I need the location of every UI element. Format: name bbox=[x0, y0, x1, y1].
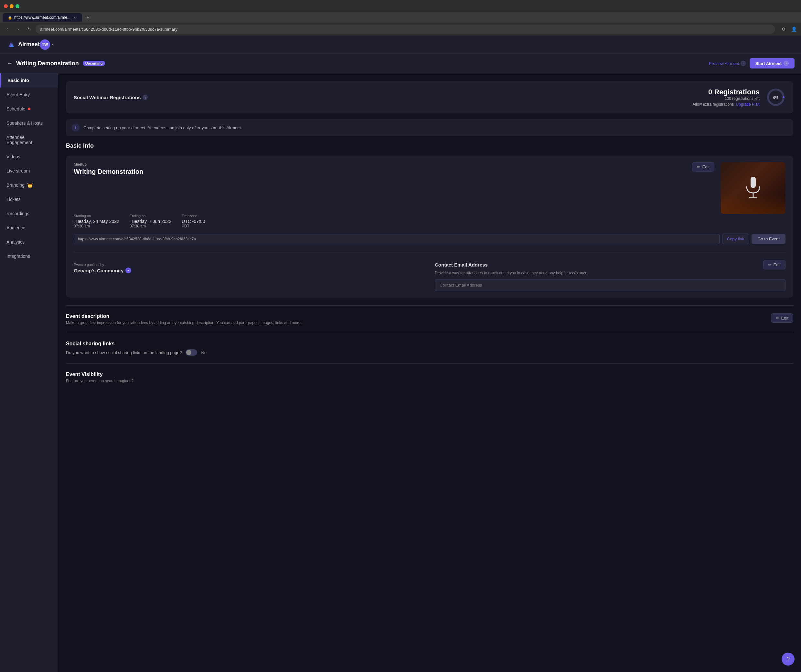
progress-circle: 0% bbox=[766, 88, 785, 107]
verified-badge-icon: ✓ bbox=[125, 268, 131, 273]
start-airmeet-button[interactable]: Start Airmeet i bbox=[750, 58, 795, 69]
address-bar-row: ‹ › ↻ ⚙ 👤 bbox=[0, 22, 801, 35]
sidebar-item-audience[interactable]: Audience bbox=[0, 221, 58, 235]
sidebar-item-schedule[interactable]: Schedule bbox=[0, 102, 58, 116]
timezone-label: Timezone bbox=[182, 214, 205, 218]
profile-button[interactable]: 👤 bbox=[789, 24, 798, 34]
back-button[interactable]: ‹ bbox=[3, 24, 12, 34]
toggle-label: No bbox=[201, 350, 207, 355]
reg-title: Social Webinar Registrations i bbox=[74, 95, 148, 100]
divider-social bbox=[66, 333, 793, 333]
desc-header: Event description Make a great first imp… bbox=[66, 313, 793, 325]
info-banner-text: Complete setting up your airmeet. Attend… bbox=[84, 125, 242, 130]
date-row: Starting on Tuesday, 24 May 2022 07:30 a… bbox=[74, 214, 785, 228]
sidebar-item-speakers-hosts[interactable]: Speakers & Hosts bbox=[0, 116, 58, 130]
top-nav: Airmeet TW ▾ bbox=[0, 35, 801, 54]
registration-card: Social Webinar Registrations i 0 Registr… bbox=[66, 81, 793, 114]
copy-link-button[interactable]: Copy link bbox=[722, 234, 749, 244]
back-button[interactable]: ← bbox=[6, 60, 12, 67]
sidebar-label: Analytics bbox=[6, 239, 24, 245]
contact-email-edit-button[interactable]: ✏ Edit bbox=[763, 260, 785, 269]
organizer-section: Event organized by Getvoip's Community ✓ bbox=[74, 263, 425, 291]
sidebar-label: Integrations bbox=[6, 253, 30, 259]
reload-button[interactable]: ↻ bbox=[24, 24, 34, 34]
extensions-button[interactable]: ⚙ bbox=[779, 24, 788, 34]
address-input[interactable] bbox=[35, 24, 775, 34]
desc-title: Event description bbox=[66, 313, 302, 319]
sidebar-label: Speakers & Hosts bbox=[6, 120, 43, 126]
edit-pencil-icon: ✏ bbox=[776, 316, 779, 321]
reg-stats: 0 Registrations 100 registrations left A… bbox=[693, 88, 760, 107]
new-tab-button[interactable]: + bbox=[84, 13, 92, 22]
event-url: https://www.airmeet.com/e/c6842530-db6d-… bbox=[74, 234, 719, 244]
crowd-overlay bbox=[721, 194, 785, 214]
event-url-row: https://www.airmeet.com/e/c6842530-db6d-… bbox=[74, 234, 785, 244]
event-badge: Upcoming bbox=[83, 61, 105, 66]
contact-email-input[interactable] bbox=[435, 279, 785, 291]
svg-rect-5 bbox=[751, 177, 756, 188]
info-icon: i bbox=[72, 124, 79, 132]
ending-on: Ending on Tuesday, 7 Jun 2022 07:30 am bbox=[130, 214, 171, 228]
sidebar-label: Event Entry bbox=[6, 92, 30, 97]
sidebar-item-tickets[interactable]: Tickets bbox=[0, 192, 58, 207]
user-avatar: TW bbox=[40, 39, 50, 50]
sidebar-item-event-entry[interactable]: Event Entry bbox=[0, 88, 58, 102]
go-to-event-button[interactable]: Go to Event bbox=[751, 234, 785, 244]
sidebar-label: Basic info bbox=[7, 78, 29, 83]
organizer-label: Event organized by bbox=[74, 263, 425, 266]
sidebar-item-recordings[interactable]: Recordings bbox=[0, 207, 58, 221]
event-description-edit-button[interactable]: ✏ Edit bbox=[771, 313, 793, 323]
reg-info: Social Webinar Registrations i bbox=[74, 95, 148, 100]
logo-text: Airmeet bbox=[18, 41, 40, 48]
forward-button[interactable]: › bbox=[14, 24, 23, 34]
sidebar-label: Recordings bbox=[6, 211, 29, 216]
svg-text:0%: 0% bbox=[773, 96, 778, 99]
registration-info-icon: i bbox=[143, 95, 148, 100]
user-menu[interactable]: TW ▾ bbox=[40, 39, 54, 50]
social-sharing-toggle[interactable] bbox=[185, 349, 197, 356]
starting-on-date: Tuesday, 24 May 2022 bbox=[74, 219, 119, 224]
visibility-desc: Feature your event on search engines? bbox=[66, 379, 793, 383]
help-button[interactable]: ? bbox=[782, 653, 795, 666]
organizer-name: Getvoip's Community ✓ bbox=[74, 268, 425, 273]
browser-tabs: 🔒 https://www.airmeet.com/airme... ✕ + bbox=[0, 12, 801, 22]
starting-on: Starting on Tuesday, 24 May 2022 07:30 a… bbox=[74, 214, 119, 228]
reg-left: 100 registrations left bbox=[693, 96, 760, 101]
event-image bbox=[721, 162, 785, 214]
tab-close-button[interactable]: ✕ bbox=[72, 15, 77, 20]
card-content: Meetup Writing Demonstration ✏ Edit bbox=[66, 156, 793, 298]
schedule-dot-icon bbox=[28, 107, 31, 110]
visibility-title: Event Visibility bbox=[66, 372, 793, 377]
logo: Airmeet bbox=[6, 40, 40, 49]
sidebar-item-analytics[interactable]: Analytics bbox=[0, 235, 58, 249]
sidebar-item-integrations[interactable]: Integrations bbox=[0, 249, 58, 263]
active-tab[interactable]: 🔒 https://www.airmeet.com/airme... ✕ bbox=[3, 13, 82, 22]
sidebar-item-attendee-engagement[interactable]: Attendee Engagement bbox=[0, 130, 58, 149]
preview-button[interactable]: Preview Airmeet i bbox=[709, 61, 746, 66]
crown-icon: 👑 bbox=[27, 183, 33, 188]
main-content: Social Webinar Registrations i 0 Registr… bbox=[58, 73, 801, 672]
upgrade-link[interactable]: Upgrade Plan bbox=[736, 102, 760, 107]
start-icon: i bbox=[783, 61, 789, 66]
sidebar-label: Schedule bbox=[6, 106, 25, 111]
starting-on-time: 07:30 am bbox=[74, 224, 119, 228]
main-layout: Basic info Event Entry Schedule Speakers… bbox=[0, 73, 801, 672]
info-banner: i Complete setting up your airmeet. Atte… bbox=[66, 119, 793, 136]
event-visibility-section: Event Visibility Feature your event on s… bbox=[66, 372, 793, 383]
sidebar-item-basic-info[interactable]: Basic info bbox=[0, 73, 58, 88]
sidebar-item-branding[interactable]: Branding 👑 bbox=[0, 178, 58, 192]
event-header: ← Writing Demonstration Upcoming Preview… bbox=[0, 54, 801, 73]
card-top-row: Meetup Writing Demonstration ✏ Edit bbox=[74, 162, 785, 214]
contact-email-title: Contact Email Address ✏ Edit bbox=[435, 260, 785, 269]
event-title: Writing Demonstration bbox=[16, 60, 79, 67]
edit-pencil-icon: ✏ bbox=[768, 262, 772, 267]
basic-info-edit-button[interactable]: ✏ Edit bbox=[692, 162, 714, 172]
desc-subtitle: Make a great first impression for your a… bbox=[66, 321, 302, 325]
sidebar: Basic info Event Entry Schedule Speakers… bbox=[0, 73, 58, 672]
sidebar-item-videos[interactable]: Videos bbox=[0, 149, 58, 164]
timezone-value: UTC -07:00 bbox=[182, 219, 205, 224]
toggle-knob bbox=[186, 350, 191, 355]
contact-email-section: Contact Email Address ✏ Edit Provide a w… bbox=[435, 260, 785, 291]
sidebar-item-live-stream[interactable]: Live stream bbox=[0, 164, 58, 178]
app: Airmeet TW ▾ ← Writing Demonstration Upc… bbox=[0, 35, 801, 672]
